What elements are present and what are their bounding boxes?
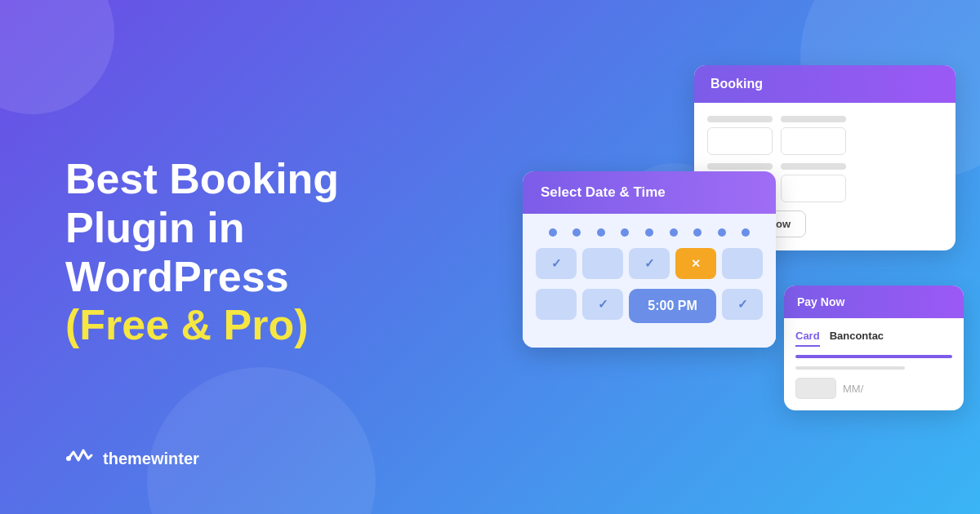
booking-label-3 — [707, 163, 773, 170]
logo-icon — [65, 444, 95, 473]
pay-input-row: MM/ — [795, 378, 952, 399]
cal-dot-3 — [597, 228, 605, 237]
cal-cell-1-5[interactable] — [722, 248, 763, 279]
booking-label-4 — [781, 163, 846, 170]
cal-dot-9 — [742, 228, 750, 237]
booking-card-header: Booking — [694, 65, 956, 103]
calendar-grid-row2: 5:00 PM — [536, 289, 763, 323]
booking-input-4[interactable] — [781, 175, 846, 202]
cal-cell-1-2[interactable] — [582, 248, 623, 279]
logo-text: themewinter — [103, 450, 199, 468]
datetime-card-header: Select Date & Time — [523, 171, 776, 214]
pay-tab-card[interactable]: Card — [795, 330, 820, 347]
svg-point-0 — [66, 456, 71, 461]
pay-card: Pay Now Card Bancontac MM/ — [784, 286, 964, 410]
booking-input-1[interactable] — [707, 127, 773, 155]
datetime-card-body: 5:00 PM — [523, 214, 776, 348]
pay-card-header: Pay Now — [784, 286, 964, 318]
cal-cell-2-1[interactable] — [536, 289, 577, 320]
cal-dot-6 — [670, 228, 678, 237]
cal-cell-2-5[interactable] — [722, 289, 763, 320]
booking-row-1 — [707, 116, 942, 155]
pay-tab-bancontact[interactable]: Bancontac — [830, 330, 884, 347]
background: Best Booking Plugin in WordPress (Free &… — [0, 0, 980, 514]
time-cell[interactable]: 5:00 PM — [629, 289, 716, 323]
hero-section: Best Booking Plugin in WordPress (Free &… — [65, 155, 474, 358]
pay-small-input[interactable] — [795, 378, 836, 399]
booking-label-2 — [781, 116, 846, 122]
booking-label-1 — [707, 116, 773, 122]
decorative-circle-tl — [0, 0, 114, 114]
cal-cell-2-2[interactable] — [582, 289, 623, 320]
datetime-card: Select Date & Time — [523, 171, 776, 348]
booking-input-2[interactable] — [781, 127, 846, 155]
cal-cell-1-3[interactable] — [629, 248, 670, 279]
logo-area: themewinter — [65, 444, 199, 473]
pay-tabs: Card Bancontac — [795, 330, 952, 347]
cal-dot-4 — [621, 228, 629, 237]
cal-cell-1-1[interactable] — [536, 248, 577, 279]
pay-bar-light — [795, 366, 905, 370]
cal-dot-8 — [718, 228, 726, 237]
calendar-grid-row1 — [536, 248, 763, 279]
cal-cell-1-4[interactable] — [675, 248, 716, 279]
pay-card-body: Card Bancontac MM/ — [784, 318, 964, 410]
calendar-dots-row — [536, 228, 763, 237]
cal-dot-2 — [572, 228, 581, 237]
pay-bar-active — [795, 355, 952, 358]
hero-title: Best Booking Plugin in WordPress (Free &… — [65, 155, 474, 350]
cal-dot-7 — [693, 228, 702, 237]
right-section: Booking — [490, 0, 980, 514]
decorative-circle-bl — [147, 367, 376, 514]
pay-mm-text: MM/ — [843, 383, 863, 395]
cal-dot-5 — [645, 228, 653, 237]
cal-dot-1 — [549, 228, 557, 237]
